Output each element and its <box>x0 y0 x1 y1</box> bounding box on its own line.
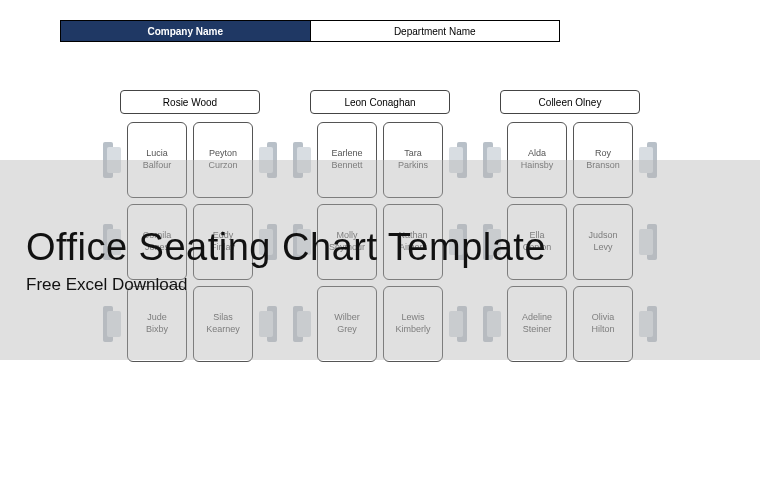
cluster-title: Rosie Wood <box>120 90 260 114</box>
cluster-title: Colleen Olney <box>500 90 640 114</box>
overlay-subtitle: Free Excel Download <box>26 275 546 295</box>
company-name-cell: Company Name <box>61 21 311 41</box>
overlay-title: Office Seating Chart Template <box>26 226 546 269</box>
header-bar: Company Name Department Name <box>60 20 560 42</box>
overlay-text: Office Seating Chart Template Free Excel… <box>26 226 546 295</box>
cluster-title: Leon Conaghan <box>310 90 450 114</box>
department-name-cell: Department Name <box>311 21 560 41</box>
